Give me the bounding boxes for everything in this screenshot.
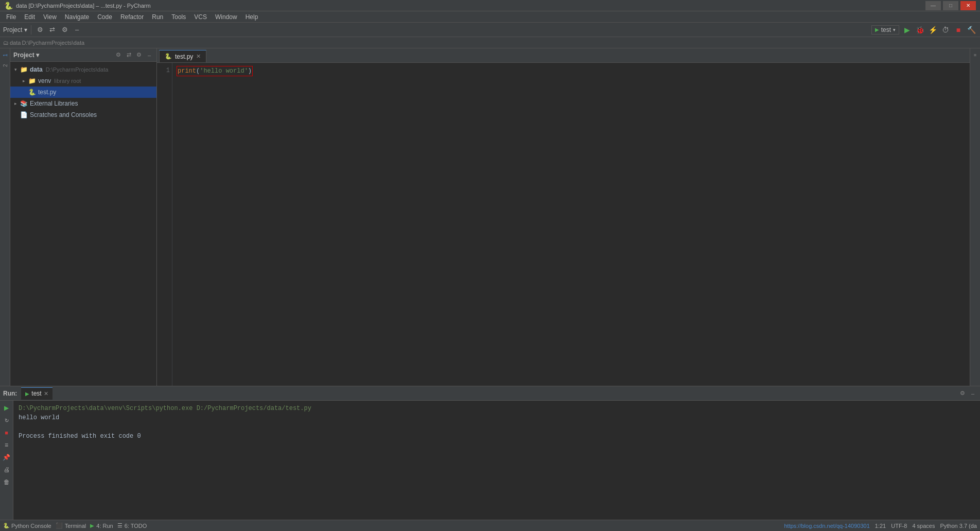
status-encoding[interactable]: UTF-8 <box>891 523 907 529</box>
menu-item-window[interactable]: Window <box>211 12 241 22</box>
run-trash-icon[interactable]: 🗑 <box>2 477 12 487</box>
structure-side-icon[interactable]: 2 <box>1 61 10 70</box>
project-gear-icon[interactable]: ⚙ <box>135 51 143 59</box>
tree-arrow-venv: ▸ <box>21 78 27 84</box>
coverage-button[interactable]: ⚡ <box>927 24 938 36</box>
run-config-selector[interactable]: ▶ test ▾ <box>871 25 899 35</box>
editor-tab-testpy[interactable]: 🐍 test.py ✕ <box>159 50 206 62</box>
editor-content[interactable]: 1 print('hello world') <box>157 63 970 386</box>
run-pin-icon[interactable]: 📌 <box>2 452 12 463</box>
bottom-tabs-left: Run: ▶ test ✕ <box>3 387 52 400</box>
project-header-icons: ⚙ ⇄ ⚙ – <box>114 51 153 59</box>
tree-item-venv[interactable]: ▸ 📁 venv library root <box>10 75 156 87</box>
bottom-panel-minimize[interactable]: – <box>969 389 977 398</box>
run-stop-icon[interactable]: ■ <box>2 427 12 438</box>
project-panel-title[interactable]: Project ▾ <box>13 52 39 59</box>
tab-close-testpy[interactable]: ✕ <box>196 53 201 60</box>
bottom-tab-test-label: test <box>31 390 41 397</box>
project-collapse-icon[interactable]: – <box>145 51 153 59</box>
status-python-version[interactable]: Python 3.7 (da <box>940 523 977 529</box>
status-url[interactable]: https://blog.csdn.net/qq-14090301 <box>784 523 869 529</box>
tab-label-testpy: test.py <box>175 53 193 60</box>
run-statusbar-button[interactable]: ▶ 4: Run <box>90 523 113 529</box>
run-output-path: D:\PycharmProjects\data\venv\Scripts\pyt… <box>19 404 975 413</box>
menu-item-navigate[interactable]: Navigate <box>61 12 93 22</box>
run-output-blank <box>19 422 975 432</box>
folder-icon-venv: 📁 <box>28 77 36 85</box>
run-config-name: test <box>881 26 891 33</box>
menubar: FileEditViewNavigateCodeRefactorRunTools… <box>0 11 980 23</box>
bottom-panel-tabs: Run: ▶ test ✕ ⚙ – <box>0 386 980 401</box>
menu-item-code[interactable]: Code <box>93 12 116 22</box>
bottom-panel: Run: ▶ test ✕ ⚙ – ▶ ↻ ■ ≡ 📌 🖨 🗑 D:\Pycha… <box>0 386 980 520</box>
todo-button[interactable]: ☰ 6: TODO <box>117 522 147 529</box>
run-label: Run: <box>3 390 17 397</box>
statusbar-left: 🐍 Python Console ⬛ Terminal ▶ 4: Run ☰ 6… <box>3 522 147 529</box>
collapse-icon[interactable]: – <box>72 25 82 35</box>
todo-label: 6: TODO <box>125 523 147 529</box>
terminal-button[interactable]: ⬛ Terminal <box>56 522 86 529</box>
cogwheel-icon[interactable]: ⚙ <box>60 25 70 35</box>
tree-label-testpy: test.py <box>38 89 56 96</box>
stop-button[interactable]: ■ <box>953 24 964 36</box>
run-button[interactable]: ▶ <box>901 24 913 36</box>
toolbar: Project ▾ ⚙ ⇄ ⚙ – ▶ test ▾ ▶ 🐞 ⚡ ⏱ ■ 🔨 <box>0 23 980 37</box>
minimize-button[interactable]: — <box>925 1 941 10</box>
toolbar-separator-1 <box>31 25 31 35</box>
bottom-tab-test-close[interactable]: ✕ <box>44 390 48 397</box>
run-output: D:\PycharmProjects\data\venv\Scripts\pyt… <box>13 401 980 520</box>
menu-item-view[interactable]: View <box>39 12 61 22</box>
scratch-icon-scratches: 📄 <box>20 111 28 119</box>
run-rerun-icon[interactable]: ↻ <box>2 415 12 425</box>
project-settings-icon[interactable]: ⚙ <box>114 51 122 59</box>
run-list-icon[interactable]: ≡ <box>2 440 12 450</box>
tree-arrow-testpy <box>21 89 27 95</box>
tree-item-testpy[interactable]: 🐍 test.py <box>10 87 156 98</box>
python-icon-testpy: 🐍 <box>28 88 36 96</box>
project-side-icon[interactable]: 1 <box>1 50 10 60</box>
project-sync-icon[interactable]: ⇄ <box>125 51 133 59</box>
bottom-panel-settings[interactable]: ⚙ <box>958 389 967 398</box>
tree-item-data[interactable]: ▾ 📁 data D:\PycharmProjects\data <box>10 64 156 75</box>
run-output-hello: hello world <box>19 413 975 422</box>
tree-item-extlibs[interactable]: ▸ 📚 External Libraries <box>10 98 156 109</box>
right-side-icon-1[interactable]: ≡ <box>971 50 980 60</box>
menu-item-help[interactable]: Help <box>241 12 262 22</box>
right-side-panel: ≡ <box>970 48 980 386</box>
menu-item-run[interactable]: Run <box>148 12 167 22</box>
menu-item-refactor[interactable]: Refactor <box>116 12 148 22</box>
python-console-icon: 🐍 <box>3 523 9 528</box>
run-print-icon[interactable]: 🖨 <box>2 465 12 475</box>
run-play-icon[interactable]: ▶ <box>2 403 12 413</box>
bottom-tab-test[interactable]: ▶ test ✕ <box>21 387 52 400</box>
tree-arrow-data: ▾ <box>12 66 19 73</box>
tree-label-extlibs: External Libraries <box>30 100 78 107</box>
tree-sublabel-data: D:\PycharmProjects\data <box>46 66 109 73</box>
settings-icon[interactable]: ⚙ <box>35 25 45 35</box>
profile-button[interactable]: ⏱ <box>940 24 951 36</box>
python-console-button[interactable]: 🐍 Python Console <box>3 523 51 529</box>
menu-item-vcs[interactable]: VCS <box>190 12 211 22</box>
breadcrumb-data[interactable]: 🗂 <box>3 40 9 46</box>
terminal-icon: ⬛ <box>56 522 63 529</box>
tree-item-scratches[interactable]: 📄 Scratches and Consoles <box>10 109 156 121</box>
terminal-label: Terminal <box>65 523 86 529</box>
breadcrumb-bar: 🗂 data D:\PycharmProjects\data <box>0 37 980 48</box>
close-button[interactable]: ✕ <box>960 1 976 10</box>
status-position[interactable]: 1:21 <box>875 523 886 529</box>
breadcrumb-path: D:\PycharmProjects\data <box>22 40 84 46</box>
status-line-sep[interactable]: 4 spaces <box>912 523 935 529</box>
editor-tabs: 🐍 test.py ✕ <box>157 48 970 63</box>
titlebar-title: data [D:\PycharmProjects\data] – ...test… <box>16 3 151 9</box>
code-area[interactable]: print('hello world') <box>172 63 970 386</box>
menu-item-edit[interactable]: Edit <box>20 12 39 22</box>
menu-item-tools[interactable]: Tools <box>167 12 190 22</box>
sync-icon[interactable]: ⇄ <box>47 25 58 35</box>
build-button[interactable]: 🔨 <box>966 24 977 36</box>
project-dropdown-label[interactable]: Project ▾ <box>3 26 27 33</box>
todo-icon: ☰ <box>117 522 122 529</box>
run-left-icons: ▶ ↻ ■ ≡ 📌 🖨 🗑 <box>0 401 13 520</box>
menu-item-file[interactable]: File <box>2 12 20 22</box>
maximize-button[interactable]: □ <box>943 1 958 10</box>
debug-button[interactable]: 🐞 <box>914 24 925 36</box>
